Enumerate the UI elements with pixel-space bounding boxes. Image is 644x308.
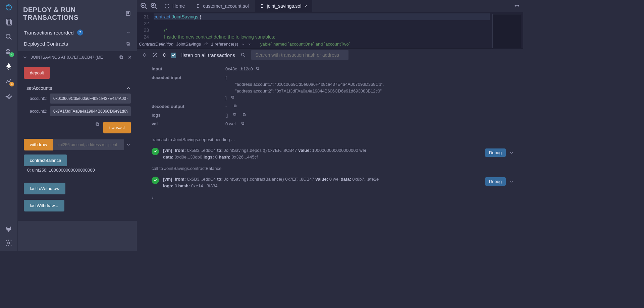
solidity-icon: [260, 4, 264, 8]
code-editor[interactable]: 21 22 23 24 contract JointSavings { /* I…: [137, 12, 523, 48]
svg-rect-24: [243, 114, 245, 116]
solidity-icon: [196, 4, 200, 8]
trash-icon[interactable]: [125, 41, 131, 47]
reference-count: 1 reference(s): [211, 41, 238, 48]
transactions-recorded-toggle[interactable]: Transactions recorded7: [18, 24, 137, 39]
close-icon[interactable]: [127, 55, 132, 60]
svg-rect-20: [234, 105, 236, 107]
chevron-up-icon[interactable]: [241, 42, 245, 46]
search-icon[interactable]: [5, 33, 13, 41]
tab-customer-account[interactable]: customer_account.sol: [191, 0, 253, 12]
logo-icon[interactable]: [5, 3, 13, 11]
chevron-down-icon[interactable]: [509, 150, 514, 155]
search-icon[interactable]: [240, 52, 246, 58]
double-check-icon[interactable]: [5, 92, 13, 100]
copy-icon[interactable]: [233, 113, 237, 117]
success-icon: [152, 148, 159, 155]
minimap[interactable]: [492, 14, 521, 48]
svg-rect-6: [120, 56, 123, 59]
transact-button[interactable]: transact: [103, 122, 131, 133]
analytics-icon[interactable]: 4: [5, 77, 13, 85]
svg-point-14: [241, 53, 244, 56]
chevron-down-icon[interactable]: [126, 142, 131, 147]
zoom-out-icon[interactable]: [140, 2, 148, 10]
clear-icon[interactable]: [152, 52, 158, 58]
debug-button[interactable]: Debug: [485, 177, 506, 186]
account2-label: account2:: [24, 109, 47, 114]
log-pending: transact to JointSavings.deposit pending…: [152, 134, 514, 144]
svg-rect-8: [97, 123, 99, 126]
chevron-down-icon[interactable]: [509, 179, 514, 184]
plugin-icon[interactable]: [5, 225, 13, 233]
tx-recorded-label: Transactions recorded: [24, 30, 74, 36]
svg-rect-18: [231, 96, 233, 98]
tx-count-badge: 7: [77, 29, 83, 36]
decoded-input-value: { "address account1": "0x0c0669Cd5e60a6F…: [225, 75, 384, 100]
expand-icon[interactable]: [514, 3, 520, 10]
compile-success-badge: ✓: [9, 52, 14, 57]
setaccounts-label: setAccounts: [26, 85, 52, 91]
analytics-badge: 4: [9, 82, 14, 86]
withdraw-args-input[interactable]: [53, 139, 124, 150]
file-explorer-icon[interactable]: [5, 18, 13, 26]
chevron-up-icon[interactable]: [126, 86, 131, 90]
tab-joint-savings[interactable]: joint_savings.sol: [255, 0, 313, 12]
svg-point-3: [6, 34, 10, 38]
close-icon[interactable]: [304, 4, 308, 8]
copy-icon[interactable]: [256, 66, 260, 70]
contractbalance-button[interactable]: contractBalance: [24, 155, 67, 166]
lasttowithdraw-button[interactable]: lastToWithdraw: [24, 183, 65, 194]
svg-rect-26: [241, 122, 244, 124]
deployed-contracts-label: Deployed Contracts: [24, 41, 68, 47]
debug-button[interactable]: Debug: [485, 148, 506, 157]
svg-rect-15: [257, 68, 259, 70]
copy-icon[interactable]: [119, 55, 124, 60]
svg-rect-21: [234, 114, 236, 116]
docs-icon[interactable]: [125, 10, 131, 17]
chevron-down-icon[interactable]: [248, 42, 252, 46]
success-icon: [152, 177, 159, 184]
chevron-down-icon[interactable]: [22, 55, 28, 60]
svg-rect-16: [256, 67, 258, 69]
svg-rect-25: [242, 123, 244, 125]
home-icon: [164, 3, 170, 9]
tx-row[interactable]: [vm] from: 0x5B3...eddC4 to: JointSaving…: [152, 173, 514, 192]
withdraw-button[interactable]: withdraw: [24, 139, 53, 150]
svg-rect-19: [234, 105, 236, 107]
settings-icon[interactable]: [5, 239, 13, 247]
chevron-down-icon: [126, 30, 131, 35]
account1-label: account1:: [24, 96, 47, 101]
account1-input[interactable]: [50, 94, 131, 104]
breadcrumb-kind: ContractDefinition: [139, 41, 173, 48]
copy-icon[interactable]: [241, 121, 245, 125]
svg-point-4: [8, 242, 10, 244]
svg-point-12: [165, 4, 169, 8]
tx-search-input[interactable]: [251, 50, 348, 60]
copy-icon[interactable]: [233, 104, 237, 108]
zoom-in-icon[interactable]: [150, 2, 158, 10]
contractbalance-output: 0: uint256: 1000000000000000000: [24, 166, 131, 177]
deploy-icon[interactable]: [5, 62, 13, 70]
lastwithdraw-button[interactable]: lastWithdraw...: [24, 200, 64, 211]
svg-rect-17: [232, 97, 234, 99]
account2-input[interactable]: [50, 106, 131, 116]
log-call: call to JointSavings.contractBalance: [152, 163, 514, 173]
compiler-icon[interactable]: ✓: [5, 48, 13, 56]
listen-checkbox[interactable]: [171, 53, 176, 58]
tab-home[interactable]: Home: [160, 0, 190, 12]
svg-rect-22: [234, 114, 236, 116]
copy-icon[interactable]: [231, 95, 235, 99]
share-icon[interactable]: [204, 42, 208, 47]
tx-row[interactable]: [vm] from: 0x5B3...eddC4 to: JointSaving…: [152, 144, 514, 163]
svg-rect-23: [244, 114, 246, 116]
copy-icon[interactable]: [242, 113, 246, 117]
pending-count: 0: [163, 52, 166, 58]
copy-icon[interactable]: [95, 122, 100, 127]
breadcrumb-name: JointSavings: [176, 41, 201, 48]
collapse-icon[interactable]: [142, 52, 147, 58]
terminal-prompt[interactable]: ›: [152, 192, 514, 201]
listen-label: listen on all transactions: [181, 52, 235, 58]
svg-rect-9: [96, 123, 98, 125]
deposit-button[interactable]: deposit: [24, 67, 50, 79]
contract-instance-name: JOINTSAVINGS AT 0X7EF...8CB47 (ME: [31, 55, 115, 60]
